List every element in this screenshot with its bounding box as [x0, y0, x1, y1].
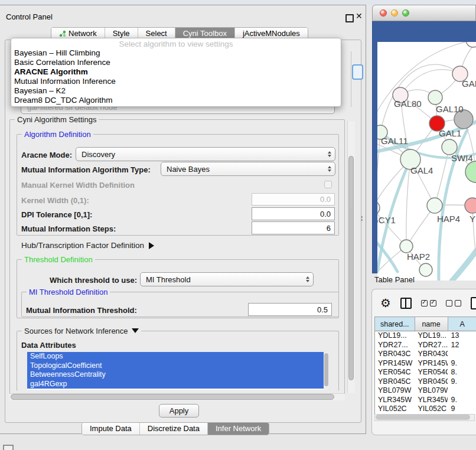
network-node[interactable]: [377, 201, 380, 215]
attribute-item[interactable]: TopologicalCoefficient: [27, 361, 324, 371]
network-node[interactable]: [428, 90, 442, 105]
column-header[interactable]: shared...: [375, 317, 415, 331]
algorithm-option[interactable]: Dream8 DC_TDC Algorithm: [13, 96, 339, 105]
table-panel: ⚙ shared...nameA YDL19...YDL19...13YDR27…: [371, 289, 476, 435]
float-window-icon[interactable]: [345, 14, 354, 22]
control-panel-title: Control Panel: [6, 12, 53, 21]
table-row[interactable]: YBR043CYBR043C: [375, 350, 476, 359]
table-cell: YDL19...: [375, 331, 415, 341]
which-threshold-combobox[interactable]: MI Threshold: [140, 272, 314, 286]
network-canvas[interactable]: GALGAL80GAL10GAL1GAL11SWI4GAL4GCY1HAP4YH…: [377, 42, 476, 281]
network-node[interactable]: [400, 240, 413, 253]
table-row[interactable]: YBR045CYBR045C9.: [375, 377, 476, 387]
table-cell: 12: [448, 341, 476, 350]
deselect-all-checkboxes-icon[interactable]: [446, 300, 461, 306]
zoom-button[interactable]: [402, 9, 409, 17]
sources-legend-text: Sources for Network Inference: [24, 327, 128, 335]
algorithm-option[interactable]: Mutual Information Inference: [13, 77, 339, 86]
table-cell: YBL079W: [415, 386, 448, 396]
table-cell: [448, 350, 476, 359]
expand-right-icon: [149, 242, 154, 249]
table-row[interactable]: YLR345WYLR345W9.: [375, 396, 476, 405]
table-row[interactable]: YDR27...YDR27...12: [375, 341, 476, 350]
network-icon: [59, 30, 66, 37]
hub-section-toggle[interactable]: Hub/Transcription Factor Definition: [21, 241, 154, 250]
mi-algorithm-type-label: Mutual Information Algorithm Type:: [21, 165, 151, 174]
attribute-item[interactable]: gal4RGexp: [27, 380, 324, 389]
hub-section-label: Hub/Transcription Factor Definition: [21, 241, 144, 250]
minimized-panel-icon[interactable]: [3, 445, 14, 450]
table-row[interactable]: YDL19...YDL19...13: [375, 331, 476, 341]
network-view-frame: GALGAL80GAL10GAL1GAL11SWI4GAL4GCY1HAP4YH…: [372, 21, 476, 273]
table-cell: YER054C: [375, 368, 415, 377]
column-header[interactable]: name: [415, 317, 448, 331]
algorithm-dropdown-popup: Select algorithm to view settings Bayesi…: [11, 38, 341, 107]
table-cell: YDR27...: [415, 341, 448, 350]
network-node[interactable]: [427, 198, 442, 213]
aracne-mode-combobox[interactable]: Discovery: [76, 147, 335, 161]
manual-kernel-checkbox[interactable]: [324, 181, 332, 188]
file-icon[interactable]: [471, 297, 476, 309]
collapse-down-icon: [132, 328, 139, 333]
network-node[interactable]: [465, 161, 476, 182]
algorithm-option[interactable]: Bayesian – K2: [13, 86, 339, 96]
settings-horizontal-scrollbar-thumb[interactable]: [11, 394, 334, 400]
bottom-tab-infer-network[interactable]: Infer Network: [208, 423, 269, 435]
sources-legend[interactable]: Sources for Network Inference: [22, 327, 141, 335]
table-cell: YBR043C: [415, 350, 448, 359]
algorithm-option[interactable]: Basic Correlation Inference: [13, 58, 339, 67]
node-label: GAL80: [394, 99, 422, 109]
kernel-width-field[interactable]: 0.0: [252, 193, 335, 206]
node-label: GCY1: [377, 215, 396, 225]
table-toolbar: ⚙: [372, 289, 476, 317]
bottom-tab-discretize-data[interactable]: Discretize Data: [140, 423, 208, 435]
bottom-tab-impute-data[interactable]: Impute Data: [82, 423, 140, 435]
network-node[interactable]: [465, 198, 476, 213]
gear-icon[interactable]: ⚙: [380, 297, 391, 309]
mi-steps-field[interactable]: 6: [252, 221, 335, 234]
panel-divider-handle[interactable]: [360, 215, 364, 222]
table-cell: YBR045C: [415, 377, 448, 387]
network-view-window: GALGAL80GAL10GAL1GAL11SWI4GAL4GCY1HAP4YH…: [372, 5, 476, 273]
table-header-row: shared...nameA: [375, 317, 476, 331]
algorithm-option[interactable]: Bayesian – Hill Climbing: [13, 48, 339, 58]
network-window-titlebar[interactable]: [372, 5, 476, 21]
node-label: HAP4: [437, 214, 460, 224]
control-panel-window: Control Panel ✕ NetworkStyleSelectCyni T…: [0, 5, 366, 434]
mi-algorithm-type-combobox[interactable]: Naive Bayes: [161, 162, 335, 176]
which-threshold-value: MI Threshold: [146, 275, 191, 284]
aracne-mode-label: Aracne Mode:: [21, 151, 72, 159]
attributes-scrollbar-thumb[interactable]: [324, 353, 328, 386]
apply-button[interactable]: Apply: [159, 404, 199, 418]
table-horizontal-scrollbar-thumb[interactable]: [376, 415, 470, 420]
table-cell: 9.: [448, 396, 476, 405]
mi-threshold-field[interactable]: 0.5: [248, 303, 332, 316]
attribute-item[interactable]: BetweennessCentrality: [27, 370, 324, 380]
table-body: YDL19...YDL19...13YDR27...YDR27...12YBR0…: [375, 331, 476, 414]
threshold-definition-legend: Threshold Definition: [22, 255, 95, 264]
mi-threshold-definition-legend: MI Threshold Definition: [27, 288, 110, 296]
algorithm-option[interactable]: ARACNE Algorithm: [13, 67, 339, 77]
panel-border-fragment: [351, 158, 351, 208]
column-header[interactable]: A: [448, 317, 476, 331]
dpi-tolerance-field[interactable]: 0.0: [252, 207, 335, 220]
close-icon[interactable]: ✕: [356, 11, 363, 21]
combo-spinner-icon: [328, 151, 331, 157]
minimize-button[interactable]: [391, 9, 398, 17]
attribute-item[interactable]: SelfLoops: [27, 352, 324, 361]
close-button[interactable]: [380, 9, 387, 17]
mi-steps-label: Mutual Information Steps:: [21, 224, 116, 233]
table-row[interactable]: YER054CYER054C8.: [375, 368, 476, 377]
columns-icon[interactable]: [400, 298, 412, 309]
table-cell: YLR345W: [415, 396, 448, 405]
network-node[interactable]: [419, 263, 432, 276]
node-label: GAL: [462, 79, 476, 89]
table-row[interactable]: YBL079WYBL079W: [375, 386, 476, 396]
table-row[interactable]: YIL052CYIL052C9: [375, 405, 476, 414]
bottom-tabbar: Impute DataDiscretize DataInfer Network: [81, 422, 269, 435]
network-node[interactable]: [466, 42, 476, 47]
table-row[interactable]: YPR145WYPR145W9.: [375, 359, 476, 369]
mi-algorithm-type-value: Naive Bayes: [167, 165, 210, 174]
select-all-checkboxes-icon[interactable]: [421, 300, 436, 306]
settings-legend: Cyni Algorithm Settings: [15, 115, 99, 124]
